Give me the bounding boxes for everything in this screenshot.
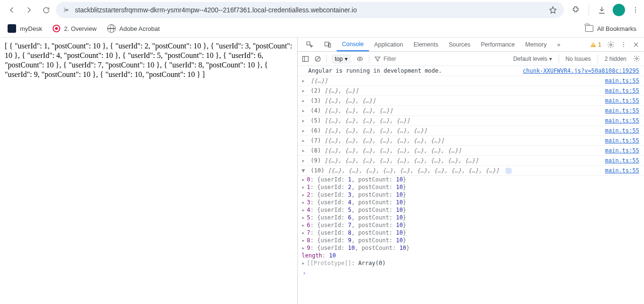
expand-arrow-icon[interactable]: ▸ (302, 260, 307, 266)
expand-arrow-icon[interactable]: ▸ (302, 245, 307, 251)
live-expression-icon[interactable] (356, 56, 364, 62)
address-bar[interactable]: stackblitzstartersfrqmmw-dkrm-ysmr4mpw--… (56, 2, 564, 18)
sidebar-toggle-icon[interactable] (302, 55, 309, 63)
console-array-item[interactable]: ▸9: {userId: 10, postCount: 10} (298, 244, 644, 252)
tab-application[interactable]: Application (369, 38, 408, 51)
info-badge-icon[interactable] (506, 168, 512, 174)
console-array-item[interactable]: ▸3: {userId: 4, postCount: 10} (298, 199, 644, 206)
reload-button[interactable] (39, 3, 53, 17)
device-toggle-icon[interactable] (319, 38, 337, 51)
source-link[interactable]: main.ts:55 (605, 117, 639, 124)
console-line[interactable]: ▸(8) [{…}, {…}, {…}, {…}, {…}, {…}, {…},… (298, 146, 644, 156)
tab-memory[interactable]: Memory (520, 38, 552, 51)
profile-avatar[interactable] (613, 4, 625, 16)
close-devtools-icon[interactable] (633, 41, 639, 48)
console-line[interactable]: ▸(9) [{…}, {…}, {…}, {…}, {…}, {…}, {…},… (298, 156, 644, 166)
bookmark-label: Adobe Acrobat (120, 25, 160, 32)
tab-more[interactable]: » (552, 38, 566, 51)
console-array-item[interactable]: ▸8: {userId: 9, postCount: 10} (298, 237, 644, 244)
console-line[interactable]: ▸(3) [{…}, {…}, {…}]main.ts:55 (298, 96, 644, 106)
expand-arrow-icon[interactable]: ▸ (302, 184, 307, 190)
expand-arrow-icon[interactable]: ▸ (302, 207, 307, 213)
expand-arrow-icon[interactable]: ▸ (302, 229, 307, 236)
filter-input[interactable] (384, 56, 497, 62)
hidden-count[interactable]: 2 hidden (605, 56, 626, 62)
console-line[interactable]: Angular is running in development mode. … (298, 66, 644, 76)
bookmark-item[interactable]: 2. Overview (53, 25, 97, 32)
source-link[interactable]: main.ts:55 (605, 157, 639, 164)
console-array-item[interactable]: ▸7: {userId: 8, postCount: 10} (298, 229, 644, 237)
console-line[interactable]: ▸(2) [{…}, {…}]main.ts:55 (298, 86, 644, 96)
console-prompt[interactable]: › (298, 267, 644, 279)
console-line[interactable]: ▸(5) [{…}, {…}, {…}, {…}, {…}]main.ts:55 (298, 116, 644, 126)
svg-point-12 (636, 58, 638, 60)
source-link[interactable]: main.ts:55 (605, 97, 639, 104)
devtools-panel: Console Application Elements Sources Per… (298, 38, 644, 304)
console-array-item[interactable]: ▸2: {userId: 3, postCount: 10} (298, 191, 644, 199)
settings-gear-icon[interactable] (633, 55, 640, 62)
console-array-item[interactable]: ▸5: {userId: 6, postCount: 10} (298, 214, 644, 221)
expand-arrow-icon[interactable]: ▸ (302, 191, 307, 198)
console-line[interactable]: ▸(6) [{…}, {…}, {…}, {…}, {…}, {…}]main.… (298, 126, 644, 136)
star-icon[interactable] (549, 6, 557, 14)
expand-arrow-icon[interactable]: ▸ (302, 157, 307, 164)
warnings-badge[interactable]: 1 (590, 41, 601, 48)
expand-arrow-icon[interactable]: ▸ (302, 222, 307, 228)
bookmark-item[interactable]: myDesk (8, 24, 42, 33)
expand-arrow-icon[interactable]: ▸ (302, 137, 307, 144)
source-link[interactable]: main.ts:55 (605, 107, 639, 114)
expand-arrow-icon[interactable]: ▸ (302, 117, 307, 124)
tab-elements[interactable]: Elements (408, 38, 443, 51)
expand-arrow-icon[interactable]: ▸ (302, 199, 307, 206)
context-selector[interactable]: top ▾ (331, 54, 351, 64)
console-property[interactable]: ▸ [[Prototype]]: Array(0) (298, 259, 644, 267)
console-filter[interactable] (374, 56, 497, 62)
expand-arrow-icon[interactable]: ▸ (302, 176, 307, 183)
console-array-item[interactable]: ▸0: {userId: 1, postCount: 10} (298, 176, 644, 183)
back-button[interactable] (5, 3, 19, 17)
expand-arrow-icon[interactable]: ▸ (302, 97, 307, 104)
source-link[interactable]: main.ts:55 (605, 77, 639, 84)
chevron-down-icon: ▾ (345, 56, 348, 62)
settings-icon[interactable] (607, 41, 615, 48)
extensions-icon[interactable] (571, 6, 580, 14)
source-link[interactable]: main.ts:55 (605, 127, 639, 134)
tab-sources[interactable]: Sources (443, 38, 476, 51)
downloads-icon[interactable] (598, 6, 606, 14)
bookmark-item[interactable]: Adobe Acrobat (107, 24, 160, 33)
console-line[interactable]: ▸(4) [{…}, {…}, {…}, {…}]main.ts:55 (298, 106, 644, 116)
expand-arrow-icon[interactable]: ▸ (302, 237, 307, 244)
no-issues-label[interactable]: No Issues (566, 56, 591, 62)
kebab-icon[interactable] (620, 41, 627, 48)
clear-console-icon[interactable] (314, 55, 322, 63)
collapse-arrow-icon[interactable]: ▼ (302, 167, 307, 174)
console-line[interactable]: ▸(7) [{…}, {…}, {…}, {…}, {…}, {…}, {…}]… (298, 136, 644, 146)
menu-icon[interactable] (632, 6, 639, 14)
inspect-icon[interactable] (301, 38, 319, 51)
source-link[interactable]: main.ts:55 (605, 87, 639, 94)
svg-point-11 (359, 58, 361, 60)
expand-arrow-icon[interactable]: ▸ (302, 214, 307, 221)
console-array-item[interactable]: ▸4: {userId: 5, postCount: 10} (298, 206, 644, 214)
console-output[interactable]: Angular is running in development mode. … (298, 66, 644, 304)
expand-arrow-icon[interactable]: ▸ (302, 147, 307, 154)
console-property[interactable]: length: 10 (298, 252, 644, 259)
console-line[interactable]: ▸[{…}]main.ts:55 (298, 76, 644, 86)
tab-console[interactable]: Console (337, 38, 369, 51)
tab-performance[interactable]: Performance (476, 38, 520, 51)
all-bookmarks-button[interactable]: All Bookmarks (585, 25, 636, 32)
console-array-item[interactable]: ▸6: {userId: 7, postCount: 10} (298, 221, 644, 229)
expand-arrow-icon[interactable]: ▸ (302, 127, 307, 134)
expand-arrow-icon[interactable]: ▸ (302, 107, 307, 114)
page-json-text: [ { "userId": 1, "postCount": 10 }, { "u… (5, 42, 292, 78)
expand-arrow-icon[interactable]: ▸ (302, 87, 307, 94)
log-levels-selector[interactable]: Default levels ▾ (513, 56, 552, 62)
forward-button[interactable] (22, 3, 36, 17)
expand-arrow-icon[interactable]: ▸ (302, 77, 307, 84)
source-link[interactable]: main.ts:55 (605, 137, 639, 144)
source-link[interactable]: main.ts:55 (605, 167, 639, 174)
source-link[interactable]: chunk-XXUFWVR4.js?v=50a8108c:19295 (523, 67, 639, 74)
console-array-item[interactable]: ▸1: {userId: 2, postCount: 10} (298, 183, 644, 191)
source-link[interactable]: main.ts:55 (605, 147, 639, 154)
console-line-expanded[interactable]: ▼ (10) [{…}, {…}, {…}, {…}, {…}, {…}, {…… (298, 166, 644, 176)
